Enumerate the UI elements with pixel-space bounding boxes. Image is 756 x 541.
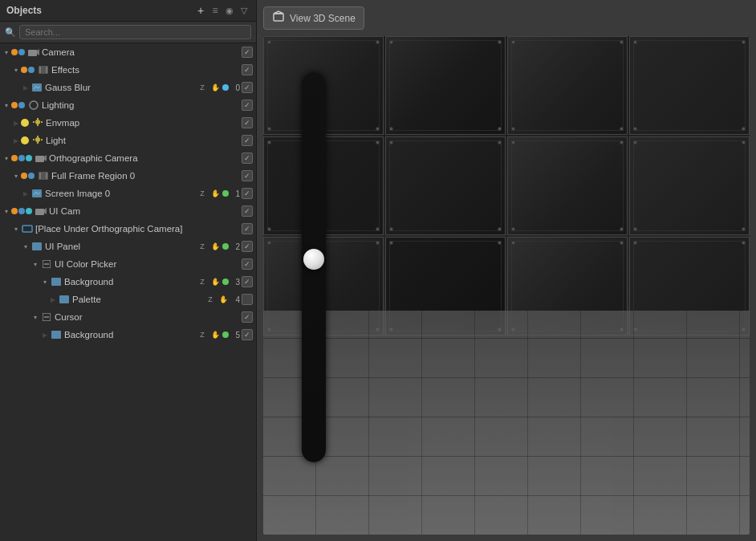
item-label-light: Light — [46, 136, 238, 145]
action-z-ui-panel[interactable]: Z — [197, 241, 208, 252]
chevron-full-frame[interactable]: ▾ — [11, 171, 21, 181]
view-3d-button[interactable]: View 3D Scene — [263, 6, 364, 30]
checkbox-lighting[interactable] — [242, 100, 253, 111]
metal-cell-2 — [385, 36, 506, 135]
action-z-gauss[interactable]: Z — [197, 82, 208, 93]
item-label-ui-cam: UI Cam — [49, 206, 238, 216]
action-hand-screen[interactable]: ✋ — [209, 188, 221, 199]
chevron-envmap[interactable]: ▶ — [11, 118, 21, 128]
checkbox-ui-color-picker[interactable] — [242, 258, 253, 270]
svg-rect-35 — [51, 278, 61, 286]
list-icon[interactable]: ≡ — [209, 5, 221, 16]
tree-item-ortho-camera[interactable]: ▾ Orthographic Camera — [0, 149, 256, 167]
tree-item-place-under[interactable]: ▾ [Place Under Orthographic Camera] — [0, 220, 256, 238]
item-label-background-cur: Background — [64, 330, 193, 340]
eye-icon[interactable]: ◉ — [224, 5, 235, 16]
checkbox-background-cp[interactable] — [242, 276, 253, 287]
ortho-camera-icon — [35, 152, 47, 165]
item-actions-gauss-blur: Z ✋ 0 — [197, 82, 253, 93]
tree-item-full-frame[interactable]: ▾ Full Frame Region 0 — [0, 167, 256, 185]
checkbox-effects[interactable] — [242, 64, 253, 75]
lighting-icon — [27, 99, 40, 112]
tree-item-background-cur[interactable]: ▶ Background Z ✋ 5 — [0, 326, 256, 344]
chevron-light[interactable]: ▶ — [11, 136, 21, 145]
checkbox-light[interactable] — [242, 135, 253, 146]
checkbox-gauss[interactable] — [242, 82, 253, 93]
tree-item-effects[interactable]: ▾ Effects — [0, 61, 256, 79]
tree-item-ui-cam[interactable]: ▾ UI Cam — [0, 202, 256, 220]
chevron-ui-color-picker[interactable]: ▾ — [30, 259, 40, 269]
action-z-bg-cp[interactable]: Z — [197, 276, 208, 287]
tree-item-palette[interactable]: ▶ Palette Z ✋ 4 — [0, 291, 256, 308]
checkbox-background-cur[interactable] — [242, 329, 253, 340]
chevron-palette[interactable]: ▶ — [48, 295, 58, 304]
chevron-lighting[interactable]: ▾ — [2, 100, 11, 110]
slider-thumb[interactable] — [303, 249, 324, 270]
checkbox-full-frame[interactable] — [242, 170, 253, 181]
add-button[interactable]: + — [195, 5, 206, 16]
action-z-screen[interactable]: Z — [197, 188, 208, 199]
checkbox-cursor[interactable] — [242, 311, 253, 323]
search-bar: 🔍 — [0, 22, 256, 43]
chevron-gauss-blur[interactable]: ▶ — [21, 83, 30, 92]
checkbox-palette[interactable] — [242, 294, 253, 305]
palette-icon — [58, 293, 71, 306]
action-hand-bg-cur[interactable]: ✋ — [209, 329, 221, 340]
slider-track[interactable] — [302, 72, 326, 462]
checkbox-ortho-camera[interactable] — [242, 153, 253, 164]
chevron-ui-panel[interactable]: ▾ — [21, 242, 30, 251]
metal-cell-3 — [507, 36, 628, 135]
dot-screen — [222, 190, 229, 197]
tree-item-cursor[interactable]: ▾ Cursor — [0, 308, 256, 326]
tree-item-lighting[interactable]: ▾ Lighting — [0, 96, 256, 114]
chevron-effects[interactable]: ▾ — [11, 65, 21, 75]
action-hand-bg-cp[interactable]: ✋ — [209, 276, 221, 287]
chevron-ortho-camera[interactable]: ▾ — [2, 153, 11, 163]
svg-rect-31 — [22, 226, 32, 232]
tree-item-gauss-blur[interactable]: ▶ Gauss Blur Z ✋ 0 — [0, 79, 256, 96]
item-label-cursor: Cursor — [55, 312, 238, 322]
item-actions-cursor — [242, 311, 253, 323]
chevron-cursor[interactable]: ▾ — [30, 312, 40, 322]
tree-item-background-cp[interactable]: ▾ Background Z ✋ 3 — [0, 273, 256, 291]
panel-header: Objects + ≡ ◉ ▽ — [0, 0, 256, 22]
tree-item-ui-color-picker[interactable]: ▾ UI Color Picker — [0, 255, 256, 273]
action-hand-palette[interactable]: ✋ — [217, 294, 229, 305]
action-z-bg-cur[interactable]: Z — [197, 329, 208, 340]
item-label-screen-image: Screen Image 0 — [45, 189, 193, 198]
tree-item-envmap[interactable]: ▶ Envmap — [0, 114, 256, 132]
svg-marker-30 — [44, 208, 47, 214]
action-hand-ui-panel[interactable]: ✋ — [209, 241, 221, 252]
item-label-ui-color-picker: UI Color Picker — [55, 259, 238, 269]
item-actions-ui-panel: Z ✋ 2 — [197, 241, 253, 252]
checkbox-camera[interactable] — [242, 47, 253, 58]
checkbox-place-under[interactable] — [242, 223, 253, 234]
dot-background-cur — [222, 332, 229, 338]
tree-item-light[interactable]: ▶ Light — [0, 132, 256, 149]
filter-icon[interactable]: ▽ — [238, 5, 250, 16]
panel-title: Objects — [6, 5, 190, 16]
header-icons: + ≡ ◉ ▽ — [195, 5, 250, 16]
floor-grid-v — [263, 311, 750, 535]
chevron-background-cp[interactable]: ▾ — [40, 277, 50, 287]
svg-rect-32 — [32, 242, 42, 250]
action-z-palette[interactable]: Z — [205, 294, 216, 305]
checkbox-envmap[interactable] — [242, 117, 253, 128]
checkbox-ui-panel[interactable] — [242, 241, 253, 252]
chevron-place-under[interactable]: ▾ — [11, 224, 21, 234]
tree-item-camera[interactable]: ▾ Camera — [0, 43, 256, 61]
chevron-screen-image[interactable]: ▶ — [21, 189, 30, 198]
item-label-gauss-blur: Gauss Blur — [45, 83, 193, 92]
chevron-ui-cam[interactable]: ▾ — [2, 206, 11, 216]
badge-screen: 1 — [230, 189, 240, 198]
action-hand-gauss[interactable]: ✋ — [209, 82, 221, 93]
tree-item-ui-panel[interactable]: ▾ UI Panel Z ✋ 2 — [0, 238, 256, 255]
checkbox-ui-cam[interactable] — [242, 205, 253, 217]
chevron-background-cur[interactable]: ▶ — [40, 330, 50, 340]
ui-color-picker-icon — [40, 258, 53, 270]
search-input[interactable] — [19, 25, 251, 39]
chevron-camera[interactable]: ▾ — [2, 47, 11, 57]
tree-item-screen-image[interactable]: ▶ Screen Image 0 Z ✋ 1 — [0, 185, 256, 202]
item-label-camera: Camera — [42, 47, 238, 57]
checkbox-screen-image[interactable] — [242, 188, 253, 199]
